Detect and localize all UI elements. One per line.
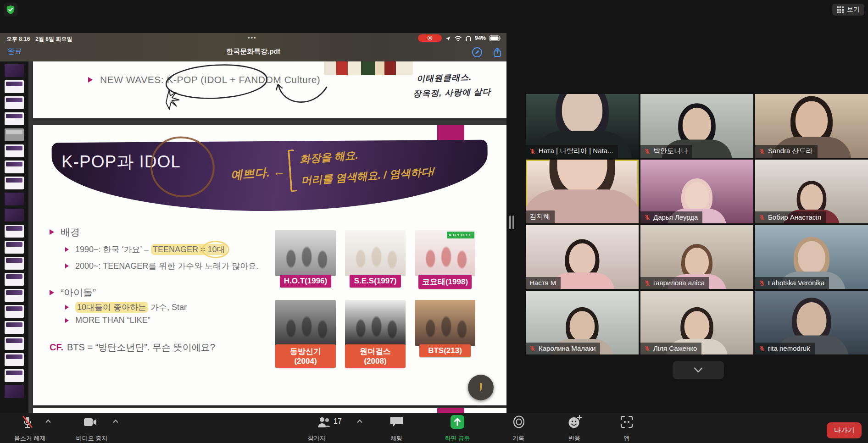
participant-video-tile[interactable]: rita nemodruk bbox=[755, 291, 868, 354]
status-menu-dots: ••• bbox=[248, 34, 257, 41]
view-button[interactable]: 보기 bbox=[832, 4, 864, 16]
participant-video-tile[interactable]: Дарья Леурда bbox=[640, 160, 753, 223]
zoom-toolbar: 음소거 해제 비디오 중지 17 참가자 채팅 화면 공유 기록 반응 bbox=[0, 413, 868, 443]
chat-icon[interactable] bbox=[390, 416, 403, 429]
muted-mic-icon bbox=[644, 345, 651, 352]
participant-video-tile[interactable]: Бобир Анастасія bbox=[755, 160, 868, 223]
stop-video-label[interactable]: 비디오 중지 bbox=[60, 434, 124, 443]
slide-thumbnail bbox=[5, 80, 24, 93]
album-photo bbox=[275, 300, 336, 346]
participant-name: Каролина Малаки bbox=[539, 344, 595, 352]
participants-icon[interactable] bbox=[317, 415, 331, 429]
slide-thumbnail bbox=[5, 112, 24, 125]
participant-name: Lahotska Veronika bbox=[768, 279, 824, 287]
participant-video-tile[interactable]: Lahotska Veronika bbox=[755, 225, 868, 289]
bullet-arrow-icon bbox=[50, 290, 54, 295]
bullet-heading-1: 배경 bbox=[50, 226, 80, 238]
slide-thumbnail bbox=[5, 289, 24, 302]
status-icons: 94% bbox=[418, 34, 502, 42]
participant-video-tile[interactable]: 김지혜 bbox=[526, 160, 639, 223]
participant-video-tile[interactable]: гаврилова аліса bbox=[640, 225, 753, 289]
bullet-text: 2000~: TEENAGER를 위한 가수와 노래가 많아요. bbox=[75, 260, 259, 271]
cf-note: CF.BTS = “방탄소년단”. 무슨 뜻이에요? bbox=[50, 341, 215, 354]
muted-mic-icon bbox=[644, 148, 651, 155]
handwriting-line-1: 이태원클래스. bbox=[417, 72, 472, 84]
slide-thumbnail bbox=[5, 241, 24, 254]
bullet-arrow-icon bbox=[65, 318, 69, 323]
apps-label[interactable]: 앱 bbox=[595, 434, 659, 443]
slide-top-fragment: NEW WAVES: K-POP (IDOL + FANDOM Culture)… bbox=[33, 61, 506, 118]
participants-caret[interactable] bbox=[356, 419, 363, 423]
album-label: BTS(213) bbox=[419, 344, 471, 357]
location-icon bbox=[445, 35, 451, 41]
bullet-item-1990: 1990~: 한국 ‘가요’ – TEENAGER = 10대 bbox=[65, 244, 227, 255]
battery-icon bbox=[489, 35, 502, 41]
participants-count: 17 bbox=[334, 417, 342, 426]
record-dot-icon bbox=[427, 35, 433, 41]
slide-thumbnail bbox=[5, 225, 24, 238]
unmute-mic-icon[interactable] bbox=[21, 415, 34, 429]
slide-thumbnail bbox=[5, 305, 24, 318]
participant-name-badge: 박안토니나 bbox=[640, 145, 692, 158]
participant-name: Дарья Леурда bbox=[653, 213, 698, 221]
highlighted-text: 10대들이 좋아하는 bbox=[75, 302, 148, 313]
participant-name-badge: Ната | 나탈리아 | Nata... bbox=[526, 145, 618, 158]
stop-video-icon[interactable] bbox=[83, 417, 97, 427]
bullet-list: 배경 1990~: 한국 ‘가요’ – TEENAGER = 10대 2000~… bbox=[50, 226, 279, 372]
slide-thumbnail bbox=[5, 96, 24, 109]
chat-label[interactable]: 채팅 bbox=[364, 434, 428, 443]
muted-mic-icon bbox=[644, 280, 651, 286]
album-photo bbox=[345, 300, 406, 346]
participant-video-tile[interactable]: Настя M bbox=[526, 225, 639, 289]
album-photo bbox=[415, 300, 475, 346]
participants-label[interactable]: 참가자 bbox=[284, 434, 349, 443]
markup-pen-icon bbox=[472, 47, 483, 58]
apps-icon[interactable] bbox=[620, 415, 633, 428]
participant-name-badge: Ліля Саженко bbox=[640, 343, 701, 354]
mic-options-caret[interactable] bbox=[45, 419, 51, 423]
participant-video-tile[interactable]: Sandra 산드라 bbox=[755, 94, 868, 158]
slide1-poster-image bbox=[324, 61, 413, 75]
silhouette-head bbox=[562, 94, 602, 134]
handwriting-line-2: 장옥정, 사랑에 살다 bbox=[413, 86, 491, 99]
muted-mic-icon bbox=[529, 148, 536, 155]
reactions-icon[interactable] bbox=[568, 415, 583, 429]
record-label[interactable]: 기록 bbox=[486, 434, 551, 443]
battery-percentage: 94% bbox=[475, 35, 486, 41]
bullet-arrow-icon bbox=[65, 247, 69, 252]
panel-drag-handle[interactable] bbox=[509, 216, 514, 229]
bullet-heading-2: “아이돌” bbox=[50, 286, 96, 299]
record-icon[interactable] bbox=[512, 415, 526, 429]
participant-video-tile[interactable]: Каролина Малаки bbox=[526, 291, 639, 354]
slide-thumbnail bbox=[5, 321, 24, 334]
gold-note-lines: 화장을 해요. 머리를 염색해요. / 염색하다/ bbox=[299, 143, 435, 188]
album-label: 동방신기(2004) bbox=[275, 344, 336, 368]
silhouette-head bbox=[798, 241, 825, 274]
leave-meeting-button[interactable]: 나가기 bbox=[827, 422, 862, 438]
bullet-item-2000: 2000~: TEENAGER를 위한 가수와 노래가 많아요. bbox=[65, 260, 259, 271]
participant-name-badge: гаврилова аліса bbox=[640, 277, 709, 289]
unmute-label[interactable]: 음소거 해제 bbox=[0, 434, 62, 443]
silhouette-head bbox=[683, 108, 711, 142]
hand-doodles bbox=[97, 63, 354, 118]
participant-video-tile[interactable]: Ната | 나탈리아 | Nata... bbox=[526, 94, 639, 158]
album-hot: H.O.T(1996) bbox=[275, 230, 336, 289]
security-shield-icon[interactable] bbox=[4, 3, 17, 17]
album-label: S.E.S(1997) bbox=[350, 275, 401, 288]
bullet-text: 10대들이 좋아하는 가수, Star bbox=[75, 302, 187, 313]
participant-video-tile[interactable]: Ліля Саженко bbox=[640, 291, 753, 354]
more-participants-button[interactable] bbox=[673, 361, 724, 379]
participant-name-badge: Lahotska Veronika bbox=[755, 277, 829, 289]
participant-name: 박안토니나 bbox=[653, 147, 688, 155]
slide-main: K-POP과 IDOL 예쁘다. ← 화장을 해요. 머리를 염색해요. / 염… bbox=[33, 125, 506, 405]
share-screen-icon[interactable] bbox=[450, 415, 465, 429]
video-options-caret[interactable] bbox=[112, 419, 119, 423]
grid-view-icon bbox=[837, 6, 844, 13]
participant-name-badge: 김지혜 bbox=[526, 210, 555, 223]
muted-mic-icon bbox=[529, 345, 536, 352]
slide-thumbnail bbox=[5, 353, 24, 366]
muted-mic-icon bbox=[759, 148, 765, 155]
slide-thumbnail bbox=[5, 385, 24, 398]
share-screen-label[interactable]: 화면 공유 bbox=[425, 434, 490, 443]
participant-video-tile[interactable]: 박안토니나 bbox=[640, 94, 753, 158]
